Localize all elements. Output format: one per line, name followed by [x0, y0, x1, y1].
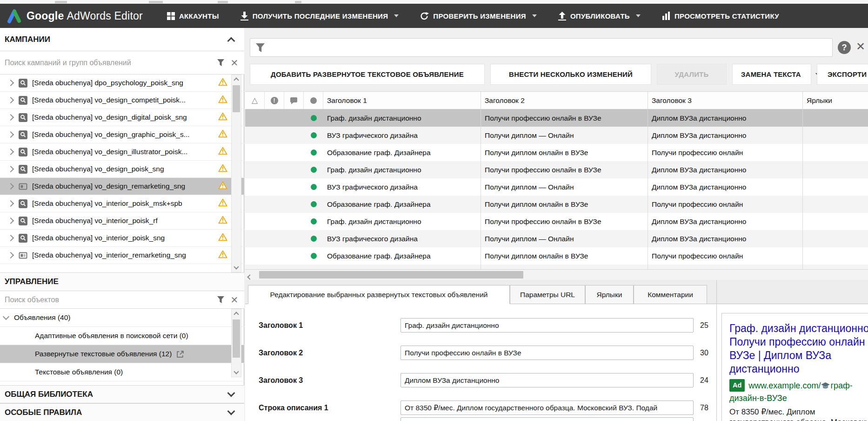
objects-search-input[interactable]	[0, 295, 214, 305]
tab-comments[interactable]: Комментарии	[634, 285, 707, 304]
scrollbar-thumb[interactable]	[233, 319, 240, 358]
external-link-icon[interactable]	[176, 350, 184, 358]
management-section-header[interactable]: УПРАВЛЕНИЕ	[0, 272, 244, 291]
campaign-item[interactable]: [Sreda obuchenya] dpo_psychology_poisk_s…	[0, 75, 244, 92]
tree-item-responsive-ads[interactable]: Адаптивные объявления в поисковой сети (…	[0, 327, 244, 345]
description2-input-clipped[interactable]	[401, 417, 694, 421]
collapse-up-icon[interactable]	[227, 37, 235, 45]
tab-url-parameters[interactable]: Параметры URL	[510, 285, 585, 304]
chevron-down-icon[interactable]	[394, 14, 399, 17]
campaigns-search-input[interactable]	[0, 58, 214, 68]
check-changes-menu[interactable]: ПРОВЕРИТЬ ИЗМЕНЕНИЯ	[420, 12, 537, 20]
chevron-right-icon[interactable]	[7, 200, 14, 207]
table-row[interactable]: ВУЗ графического дизайна Получи диплом —…	[245, 127, 868, 144]
custom-rules-section-header[interactable]: ОСОБЫЕ ПРАВИЛА	[0, 403, 244, 421]
add-expanded-text-ad-button[interactable]: ДОБАВИТЬ РАЗВЕРНУТОЕ ТЕКСТОВОЕ ОБЪЯВЛЕНИ…	[250, 64, 485, 85]
help-icon[interactable]	[838, 41, 851, 54]
view-statistics-menu[interactable]: ПРОСМОТРЕТЬ СТАТИСТИКУ	[662, 12, 779, 20]
chevron-right-icon[interactable]	[7, 217, 14, 224]
campaign-item-selected[interactable]: [Sreda obuchenya] vo_design_remarketing_…	[0, 178, 244, 195]
objects-tree-scrollbar[interactable]	[231, 309, 241, 377]
ads-filter-bar[interactable]	[250, 38, 833, 57]
campaign-list-scrollbar[interactable]	[231, 75, 241, 272]
campaigns-section-header[interactable]: КАМПАНИИ	[0, 28, 244, 51]
scroll-down-icon[interactable]	[232, 264, 241, 272]
chevron-right-icon[interactable]	[7, 166, 14, 172]
shared-library-section-header[interactable]: ОБЩАЯ БИБЛИОТЕКА	[0, 385, 244, 403]
tab-labels[interactable]: Ярлыки	[585, 285, 634, 304]
chevron-right-icon[interactable]	[7, 97, 14, 103]
chevron-down-icon[interactable]	[3, 313, 9, 320]
table-row[interactable]: Граф. дизайн дистанционно Получи професс…	[245, 161, 868, 178]
status-column-header[interactable]	[304, 92, 323, 109]
table-row-clipped[interactable]: Граф. дизайн дистанционно Получи професс…	[245, 265, 868, 269]
delete-button[interactable]: УДАЛИТЬ	[657, 64, 727, 85]
scroll-up-icon[interactable]	[232, 309, 241, 318]
campaign-item[interactable]: [Sreda obuchenya] vo_design_illustrator_…	[0, 143, 244, 161]
description1-input[interactable]	[401, 401, 694, 415]
filter-funnel-icon[interactable]	[214, 56, 227, 70]
table-horizontal-scrollbar[interactable]	[245, 269, 868, 280]
clear-search-icon[interactable]	[227, 293, 241, 307]
table-row[interactable]: Граф. дизайн дистанционно Получи професс…	[245, 213, 868, 230]
table-row[interactable]: Образование граф. Дизайнера Получи дипло…	[245, 144, 868, 161]
chevron-right-icon[interactable]	[7, 252, 14, 258]
campaign-item[interactable]: [Sreda obuchenya] vo_design_graphic_pois…	[0, 126, 244, 143]
tab-edit-selected-ads[interactable]: Редактирование выбранных развернутых тек…	[248, 285, 510, 304]
export-button[interactable]: ЭКСПОРТИ	[817, 64, 868, 85]
alerts-column-header[interactable]	[265, 92, 284, 109]
status-enabled-icon	[311, 167, 317, 173]
comments-column-header[interactable]	[284, 92, 304, 109]
campaign-item[interactable]: [Sreda obuchenya] vo_design_competit_poi…	[0, 92, 244, 109]
chevron-right-icon[interactable]	[7, 114, 14, 121]
headline3-char-count: 24	[700, 373, 721, 387]
chevron-down-icon[interactable]	[227, 389, 235, 397]
table-row[interactable]: ВУЗ графического дизайна Получи диплом —…	[245, 178, 868, 196]
accounts-menu[interactable]: АККАУНТЫ	[167, 12, 219, 20]
tree-item-ads[interactable]: Объявления (40)	[0, 309, 244, 327]
campaign-item[interactable]: [Sreda obuchenya] vo_interior_poisk_sng	[0, 230, 244, 247]
get-recent-changes-menu[interactable]: ПОЛУЧИТЬ ПОСЛЕДНИЕ ИЗМЕНЕНИЯ	[240, 12, 399, 20]
chevron-right-icon[interactable]	[7, 131, 14, 138]
chevron-down-icon[interactable]	[227, 407, 235, 415]
column-header-labels[interactable]: Ярлыки	[803, 92, 868, 109]
campaign-item[interactable]: [Sreda obuchenya] vo_interior_poisk_rf	[0, 212, 244, 230]
chevron-right-icon[interactable]	[7, 235, 14, 241]
campaign-item[interactable]: [Sreda obuchenya] vo_design_digital_pois…	[0, 109, 244, 126]
column-header-headline2[interactable]: Заголовок 2	[481, 92, 648, 109]
tree-item-expanded-text-ads[interactable]: Развернутые текстовые объявления (12)	[0, 345, 244, 363]
search-campaign-icon	[19, 148, 27, 156]
chevron-right-icon[interactable]	[7, 80, 14, 86]
chevron-right-icon[interactable]	[7, 183, 14, 190]
clear-search-icon[interactable]	[227, 56, 241, 70]
tree-item-text-ads[interactable]: Текстовые объявления (0)	[0, 363, 244, 381]
table-row[interactable]: Образование граф. Дизайнера Получи дипло…	[245, 196, 868, 213]
headline3-input[interactable]	[401, 373, 694, 387]
close-icon[interactable]	[856, 40, 865, 53]
chevron-down-icon[interactable]	[532, 14, 537, 17]
campaign-item[interactable]: [Sreda obuchenya] vo_design_poisk_sng	[0, 161, 244, 178]
campaigns-search	[0, 51, 244, 75]
column-header-headline3[interactable]: Заголовок 3	[648, 92, 803, 109]
campaign-item[interactable]: [Sreda obuchenya] vo_interior_poisk_msk+…	[0, 195, 244, 212]
errors-column-header[interactable]	[245, 92, 265, 109]
campaign-item[interactable]: [Sreda obuchenya] vo_interior_remarketin…	[0, 247, 244, 264]
upload-icon	[558, 12, 566, 20]
table-row-selected[interactable]: Граф. дизайн дистанционно Получи професс…	[245, 109, 868, 127]
headline1-input[interactable]	[401, 318, 694, 333]
table-row[interactable]: ВУЗ графического дизайна Получи диплом —…	[245, 230, 868, 247]
chevron-down-icon[interactable]	[636, 14, 641, 17]
scrollbar-thumb[interactable]	[259, 271, 523, 278]
scroll-up-icon[interactable]	[232, 75, 241, 83]
table-row[interactable]: Образование граф. Дизайнера Получи дипло…	[245, 247, 868, 265]
publish-menu[interactable]: ОПУБЛИКОВАТЬ	[558, 12, 641, 20]
column-header-headline1[interactable]: Заголовок 1	[323, 92, 481, 109]
replace-text-button[interactable]: ЗАМЕНА ТЕКСТА	[732, 64, 811, 85]
make-multiple-changes-button[interactable]: ВНЕСТИ НЕСКОЛЬКО ИЗМЕНЕНИЙ	[490, 64, 651, 85]
scrollbar-thumb[interactable]	[233, 85, 240, 112]
scroll-down-icon[interactable]	[232, 368, 241, 377]
chevron-right-icon[interactable]	[7, 149, 14, 155]
headline2-input[interactable]	[401, 346, 694, 360]
bar-chart-icon	[662, 12, 670, 20]
filter-funnel-icon[interactable]	[214, 293, 227, 307]
